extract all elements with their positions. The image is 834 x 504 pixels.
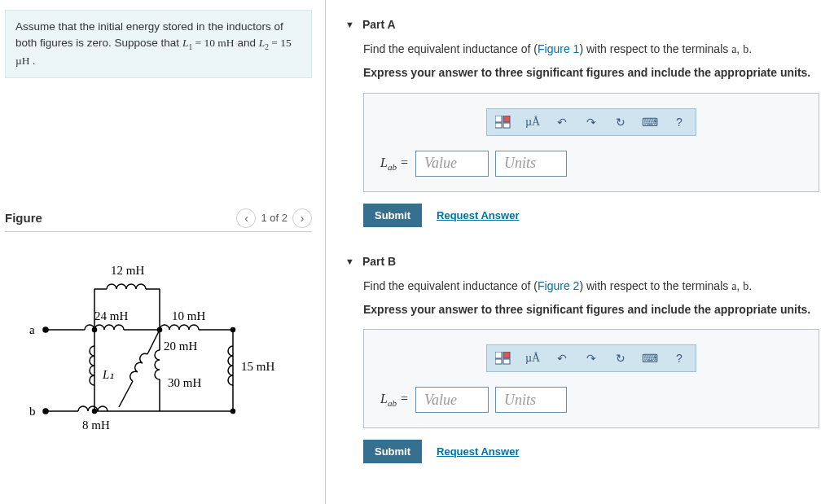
part-a-header[interactable]: ▼ Part A <box>345 15 814 41</box>
redo-icon[interactable]: ↷ <box>582 348 601 368</box>
part-b-value-input[interactable]: Value <box>415 387 489 413</box>
svg-text:20 mH: 20 mH <box>164 340 197 353</box>
svg-text:24 mH: 24 mH <box>94 309 128 322</box>
next-figure-button[interactable]: › <box>292 208 312 228</box>
figure-title: Figure <box>5 211 42 225</box>
circuit-svg: 12 mH 24 mH 10 mH 20 mH L₁ 30 mH 15 mH 8… <box>21 256 290 444</box>
part-b-toolbar: µÅ ↶ ↷ ↻ ⌨ ? <box>486 344 696 372</box>
svg-rect-33 <box>495 116 502 122</box>
L1-expr: L1 = 10 mH <box>182 37 235 49</box>
svg-text:b: b <box>29 405 36 418</box>
svg-text:30 mH: 30 mH <box>168 376 201 389</box>
svg-rect-36 <box>503 123 510 128</box>
part-a-instruction: Express your answer to three significant… <box>363 64 814 81</box>
reset-icon[interactable]: ↻ <box>611 112 630 132</box>
part-b-submit-row: Submit Request Answer <box>363 440 814 463</box>
part-a-answer-row: Lab = Value Units <box>380 151 802 177</box>
svg-text:12 mH: 12 mH <box>111 264 144 277</box>
undo-icon[interactable]: ↶ <box>552 112 572 132</box>
part-b-units-input[interactable]: Units <box>495 387 567 413</box>
template-icon[interactable] <box>494 112 513 132</box>
svg-rect-34 <box>503 116 510 122</box>
svg-rect-40 <box>503 359 510 364</box>
part-a-submit-button[interactable]: Submit <box>363 204 422 227</box>
part-b-body: Find the equivalent inductance of (Figur… <box>345 278 814 474</box>
units-icon[interactable]: µÅ <box>523 348 542 368</box>
figure-1-link[interactable]: Figure 1 <box>538 42 579 55</box>
svg-text:8 mH: 8 mH <box>82 419 110 432</box>
undo-icon[interactable]: ↶ <box>552 348 572 368</box>
figure-pager-text: 1 of 2 <box>261 212 288 224</box>
part-a-submit-row: Submit Request Answer <box>363 204 814 227</box>
svg-line-20 <box>119 381 133 407</box>
svg-rect-35 <box>495 123 502 128</box>
figure-header: Figure ‹ 1 of 2 › <box>5 208 312 232</box>
part-a-value-input[interactable]: Value <box>415 151 489 177</box>
prev-figure-button[interactable]: ‹ <box>236 208 256 228</box>
svg-text:15 mH: 15 mH <box>241 360 274 373</box>
part-a-prompt: Find the equivalent inductance of (Figur… <box>363 41 814 58</box>
part-b-request-answer-link[interactable]: Request Answer <box>437 445 519 458</box>
caret-down-icon: ▼ <box>345 256 354 266</box>
svg-text:10 mH: 10 mH <box>172 309 205 322</box>
figure-2-link[interactable]: Figure 2 <box>538 279 579 292</box>
part-b-prompt: Find the equivalent inductance of (Figur… <box>363 278 814 295</box>
svg-rect-39 <box>495 359 502 364</box>
units-icon[interactable]: µÅ <box>523 112 542 132</box>
part-a-request-answer-link[interactable]: Request Answer <box>437 209 519 221</box>
part-b-answer-row: Lab = Value Units <box>380 387 802 413</box>
reset-icon[interactable]: ↻ <box>611 348 630 368</box>
svg-rect-38 <box>503 352 510 358</box>
part-a-body: Find the equivalent inductance of (Figur… <box>345 41 814 237</box>
svg-text:L₁: L₁ <box>102 368 114 381</box>
part-b-var: Lab = <box>380 392 409 408</box>
part-a-units-input[interactable]: Units <box>495 151 567 177</box>
part-b-submit-button[interactable]: Submit <box>363 440 422 463</box>
help-icon[interactable]: ? <box>669 348 689 368</box>
part-a-title: Part A <box>362 18 396 31</box>
part-b-title: Part B <box>362 255 396 268</box>
keyboard-icon[interactable]: ⌨ <box>640 348 660 368</box>
part-a-answer-box: µÅ ↶ ↷ ↻ ⌨ ? Lab = Value Units <box>363 93 819 192</box>
svg-text:a: a <box>29 323 35 336</box>
help-icon[interactable]: ? <box>669 112 689 132</box>
right-panel: ▼ Part A Find the equivalent inductance … <box>326 0 834 504</box>
figure-pager: ‹ 1 of 2 › <box>236 208 312 228</box>
problem-statement: Assume that the initial energy stored in… <box>5 10 312 78</box>
caret-down-icon: ▼ <box>345 20 354 29</box>
keyboard-icon[interactable]: ⌨ <box>640 112 660 132</box>
part-a-toolbar: µÅ ↶ ↷ ↻ ⌨ ? <box>486 108 696 136</box>
left-panel: Assume that the initial energy stored in… <box>0 0 326 504</box>
part-b-instruction: Express your answer to three significant… <box>363 301 814 318</box>
template-icon[interactable] <box>494 348 513 368</box>
part-a-var: Lab = <box>380 156 409 172</box>
svg-rect-37 <box>495 352 502 358</box>
circuit-figure: 12 mH 24 mH 10 mH 20 mH L₁ 30 mH 15 mH 8… <box>5 232 312 454</box>
part-b-header[interactable]: ▼ Part B <box>345 252 814 278</box>
redo-icon[interactable]: ↷ <box>582 112 601 132</box>
part-b-answer-box: µÅ ↶ ↷ ↻ ⌨ ? Lab = Value Units <box>363 329 819 428</box>
